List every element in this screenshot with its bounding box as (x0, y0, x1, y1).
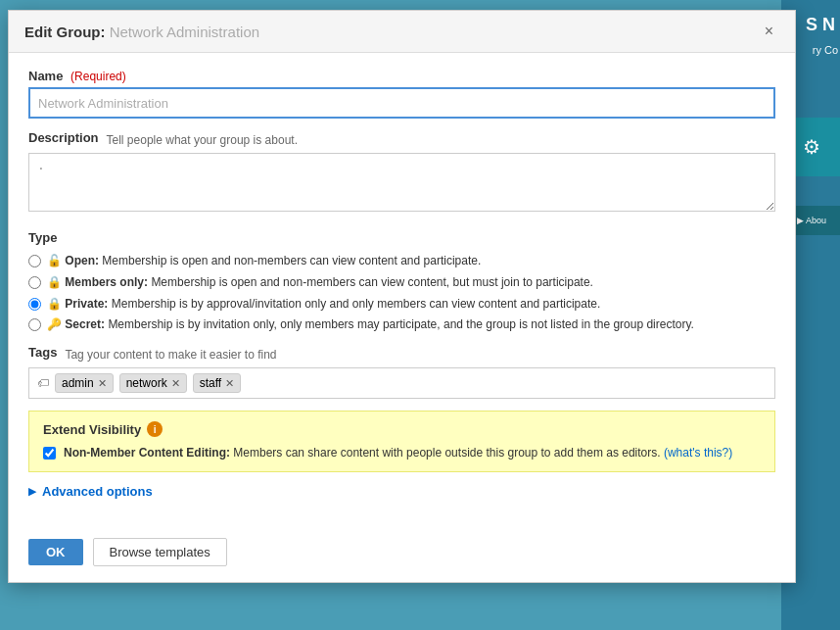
tag-admin-label: admin (62, 376, 94, 390)
ok-button[interactable]: OK (28, 539, 83, 565)
private-label: Private: (65, 297, 108, 311)
tag-admin: admin ✕ (55, 373, 114, 393)
modal-group-name: Network Administration (110, 24, 259, 40)
close-button[interactable]: × (759, 21, 779, 42)
advanced-options-row[interactable]: ▶ Advanced options (28, 484, 775, 499)
name-input[interactable] (28, 87, 775, 119)
radio-private[interactable] (28, 298, 41, 311)
tag-icon: 🏷 (37, 376, 49, 390)
open-description: Membership is open and non-members can v… (102, 254, 481, 267)
private-description: Membership is by approval/invitation onl… (112, 297, 601, 311)
expand-icon: ▶ (28, 485, 36, 498)
radio-private-label: 🔒 Private: Membership is by approval/inv… (47, 296, 600, 313)
edit-group-modal: Edit Group: Network Administration × Nam… (8, 10, 796, 583)
secret-icon: 🔑 (47, 317, 62, 331)
tag-staff: staff ✕ (193, 373, 241, 393)
tag-network: network ✕ (119, 373, 187, 393)
modal-title: Edit Group: Network Administration (24, 24, 259, 40)
radio-item-open: 🔓 Open: Membership is open and non-membe… (28, 253, 775, 269)
modal-body: Name (Required) Description Tell people … (9, 53, 795, 528)
radio-secret[interactable] (28, 318, 41, 331)
members-only-label: Members only: (65, 275, 148, 289)
name-label: Name (Required) (28, 69, 775, 83)
radio-group: 🔓 Open: Membership is open and non-membe… (28, 253, 775, 333)
info-icon: i (147, 421, 163, 437)
type-label: Type (28, 230, 775, 245)
extend-visibility-title: Extend Visibility (43, 422, 141, 437)
non-member-editing-label: Non-Member Content Editing: Members can … (64, 445, 732, 461)
description-hint: Tell people what your group is about. (107, 133, 298, 147)
gear-icon: ⚙ (803, 135, 820, 159)
type-section: Type 🔓 Open: Membership is open and non-… (28, 230, 775, 333)
radio-item-private: 🔒 Private: Membership is by approval/inv… (28, 296, 775, 313)
description-row: Description Tell people what your group … (28, 130, 775, 149)
private-icon: 🔒 (47, 297, 62, 311)
tags-input-container[interactable]: 🏷 admin ✕ network ✕ staff ✕ (28, 367, 775, 399)
radio-members-only-label: 🔒 Members only: Membership is open and n… (47, 274, 593, 291)
tag-staff-label: staff (200, 376, 221, 390)
non-member-label: Non-Member Content Editing: (64, 446, 230, 460)
tag-staff-remove[interactable]: ✕ (225, 377, 234, 390)
tags-row: Tags Tag your content to make it easier … (28, 345, 775, 363)
required-indicator: (Required) (70, 70, 126, 83)
description-field-container: Description Tell people what your group … (28, 130, 775, 226)
whats-this-link[interactable]: (what's this?) (664, 446, 732, 460)
extend-visibility-header: Extend Visibility i (43, 421, 761, 437)
non-member-editing-checkbox[interactable] (43, 447, 56, 460)
tag-admin-remove[interactable]: ✕ (98, 377, 107, 390)
tags-label: Tags (28, 345, 57, 360)
description-label: Description (28, 130, 99, 145)
tag-network-remove[interactable]: ✕ (171, 377, 180, 390)
modal-header: Edit Group: Network Administration × (9, 11, 795, 53)
modal-title-text: Edit Group: (24, 24, 106, 40)
extend-visibility-section: Extend Visibility i Non-Member Content E… (28, 411, 775, 472)
sidebar-subtitle: ry Co (813, 44, 838, 56)
tags-section: Tags Tag your content to make it easier … (28, 345, 775, 399)
browse-templates-button[interactable]: Browse templates (93, 538, 227, 566)
radio-open-label: 🔓 Open: Membership is open and non-membe… (47, 253, 481, 269)
open-icon: 🔓 (47, 254, 62, 267)
open-label: Open: (65, 254, 99, 267)
advanced-options-label: Advanced options (42, 484, 153, 499)
about-text: ▶ Abou (797, 216, 826, 225)
name-field-container: Name (Required) (28, 69, 775, 130)
members-only-description: Membership is open and non-members can v… (151, 275, 593, 289)
secret-description: Membership is by invitation only, only m… (108, 317, 694, 331)
sidebar-title: S N (806, 15, 835, 35)
tags-hint: Tag your content to make it easier to fi… (65, 348, 276, 362)
modal-footer: OK Browse templates (9, 528, 795, 582)
secret-label: Secret: (65, 317, 105, 331)
description-textarea[interactable]: . (28, 153, 775, 212)
radio-item-secret: 🔑 Secret: Membership is by invitation on… (28, 316, 775, 333)
non-member-editing-row: Non-Member Content Editing: Members can … (43, 445, 761, 461)
members-only-icon: 🔒 (47, 275, 62, 289)
radio-secret-label: 🔑 Secret: Membership is by invitation on… (47, 316, 694, 333)
radio-item-members-only: 🔒 Members only: Membership is open and n… (28, 274, 775, 291)
non-member-description: Members can share content with people ou… (233, 446, 664, 460)
radio-open[interactable] (28, 255, 41, 267)
radio-members-only[interactable] (28, 276, 41, 289)
tag-network-label: network (126, 376, 167, 390)
